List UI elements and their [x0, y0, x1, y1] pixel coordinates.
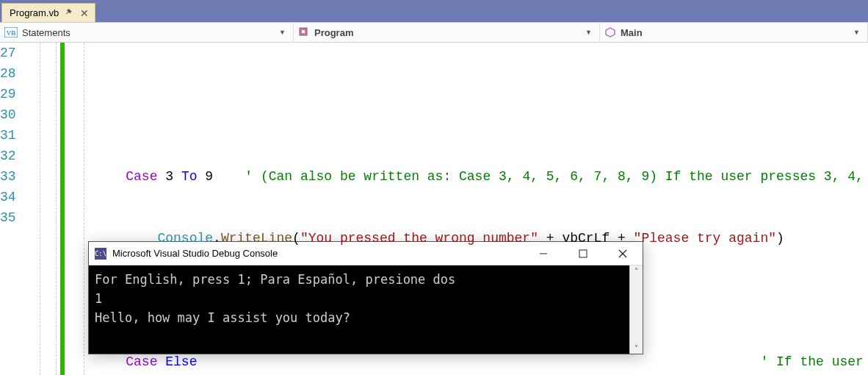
line-number: 30: [0, 104, 16, 125]
scroll-up-icon[interactable]: ˄: [634, 267, 638, 275]
chevron-down-icon: ▼: [850, 29, 863, 36]
line-number: 35: [0, 207, 16, 228]
method-icon: [604, 26, 616, 38]
code-line[interactable]: Console.WriteLine("You pressed the wrong…: [31, 228, 868, 249]
chevron-down-icon: ▼: [276, 29, 289, 36]
svg-rect-3: [302, 30, 305, 33]
indent-guide: [84, 43, 84, 375]
type-dropdown[interactable]: Program ▼: [294, 23, 600, 42]
tab-strip: Program.vb ✕: [0, 0, 868, 22]
svg-text:VB: VB: [7, 29, 16, 37]
scope-label: Statements: [22, 27, 70, 38]
type-label: Program: [314, 27, 353, 38]
code-line[interactable]: Case 3 To 9 ' (Can also be written as: C…: [31, 166, 868, 187]
line-number: 31: [0, 125, 16, 146]
close-icon[interactable]: ✕: [79, 7, 90, 19]
chevron-down-icon: ▼: [582, 29, 595, 36]
pin-icon[interactable]: [65, 8, 73, 18]
tab-title: Program.vb: [10, 7, 59, 18]
member-label: Main: [621, 27, 643, 38]
indent-guide: [56, 43, 57, 375]
code-line[interactable]: Case Else ' If the user presses 0: [31, 351, 868, 372]
line-number: 29: [0, 84, 16, 104]
line-number: 34: [0, 187, 16, 207]
line-number: 28: [0, 63, 16, 84]
line-number: 27: [0, 43, 16, 63]
vb-badge-icon: VB: [4, 27, 18, 38]
navigation-bar: VB Statements ▼ Program ▼ Main ▼: [0, 22, 868, 43]
member-dropdown[interactable]: Main ▼: [600, 23, 868, 42]
code-line[interactable]: [31, 290, 868, 310]
console-title-text: Microsoft Visual Studio Debug Console: [112, 248, 521, 259]
scope-dropdown[interactable]: VB Statements ▼: [0, 23, 294, 42]
svg-rect-5: [579, 250, 587, 257]
line-number: 32: [0, 146, 16, 166]
line-number-gutter: 27 28 29 30 31 32 33 34 35: [0, 43, 29, 375]
tab-program-vb[interactable]: Program.vb ✕: [1, 3, 95, 22]
indent-guide: [40, 43, 40, 375]
line-number: 33: [0, 166, 16, 187]
console-app-icon: C:\: [95, 248, 106, 260]
module-icon: [298, 26, 310, 38]
